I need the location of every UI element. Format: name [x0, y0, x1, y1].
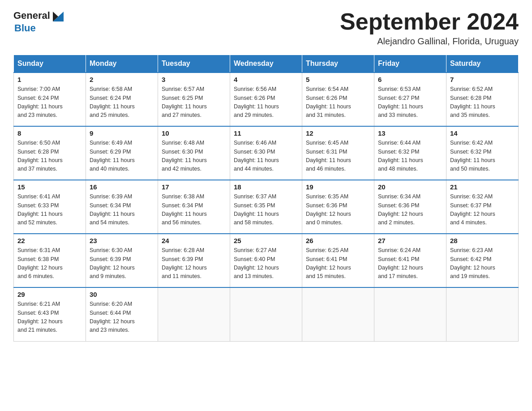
calendar-cell: 29 Sunrise: 6:21 AMSunset: 6:43 PMDaylig…	[14, 287, 86, 341]
day-info: Sunrise: 6:57 AMSunset: 6:25 PMDaylight:…	[162, 85, 226, 120]
day-number: 18	[234, 183, 298, 191]
calendar-cell: 21 Sunrise: 6:32 AMSunset: 6:37 PMDaylig…	[446, 180, 519, 234]
calendar-cell: 11 Sunrise: 6:46 AMSunset: 6:30 PMDaylig…	[230, 126, 302, 180]
day-info: Sunrise: 6:23 AMSunset: 6:42 PMDaylight:…	[450, 246, 515, 281]
day-number: 11	[234, 129, 298, 137]
calendar-table: Sunday Monday Tuesday Wednesday Thursday…	[13, 55, 519, 342]
logo-icon	[51, 9, 65, 22]
day-info: Sunrise: 6:35 AMSunset: 6:36 PMDaylight:…	[306, 193, 370, 227]
day-info: Sunrise: 6:20 AMSunset: 6:44 PMDaylight:…	[90, 300, 154, 335]
col-tuesday: Tuesday	[158, 55, 230, 73]
calendar-cell: 1 Sunrise: 7:00 AMSunset: 6:24 PMDayligh…	[14, 73, 86, 126]
calendar-cell: 8 Sunrise: 6:50 AMSunset: 6:28 PMDayligh…	[14, 126, 86, 180]
col-wednesday: Wednesday	[230, 55, 302, 73]
day-number: 15	[17, 183, 82, 191]
calendar-week-row: 29 Sunrise: 6:21 AMSunset: 6:43 PMDaylig…	[14, 287, 519, 341]
day-info: Sunrise: 6:50 AMSunset: 6:28 PMDaylight:…	[17, 139, 82, 174]
calendar-cell	[230, 287, 302, 341]
day-info: Sunrise: 6:48 AMSunset: 6:30 PMDaylight:…	[162, 139, 226, 174]
calendar-week-row: 8 Sunrise: 6:50 AMSunset: 6:28 PMDayligh…	[14, 126, 519, 180]
col-sunday: Sunday	[14, 55, 86, 73]
calendar-cell: 16 Sunrise: 6:39 AMSunset: 6:34 PMDaylig…	[86, 180, 158, 234]
day-number: 28	[450, 237, 515, 244]
day-info: Sunrise: 7:00 AMSunset: 6:24 PMDaylight:…	[17, 85, 82, 120]
logo-text-general: General	[13, 10, 50, 21]
day-number: 25	[234, 237, 298, 244]
calendar-cell: 28 Sunrise: 6:23 AMSunset: 6:42 PMDaylig…	[446, 234, 519, 287]
calendar-cell: 13 Sunrise: 6:44 AMSunset: 6:32 PMDaylig…	[374, 126, 446, 180]
day-info: Sunrise: 6:21 AMSunset: 6:43 PMDaylight:…	[17, 300, 82, 335]
day-info: Sunrise: 6:53 AMSunset: 6:27 PMDaylight:…	[378, 85, 442, 120]
page-header: General Blue September 2024 Alejandro Ga…	[13, 9, 519, 47]
day-number: 13	[378, 129, 442, 137]
calendar-cell: 4 Sunrise: 6:56 AMSunset: 6:26 PMDayligh…	[230, 73, 302, 126]
calendar-cell	[446, 287, 519, 341]
day-info: Sunrise: 6:28 AMSunset: 6:39 PMDaylight:…	[162, 246, 226, 281]
calendar-header-row: Sunday Monday Tuesday Wednesday Thursday…	[14, 55, 519, 73]
calendar-title-block: September 2024 Alejandro Gallinal, Flori…	[340, 9, 519, 47]
calendar-cell: 20 Sunrise: 6:34 AMSunset: 6:36 PMDaylig…	[374, 180, 446, 234]
day-number: 20	[378, 183, 442, 191]
calendar-cell: 5 Sunrise: 6:54 AMSunset: 6:26 PMDayligh…	[302, 73, 374, 126]
calendar-cell	[302, 287, 374, 341]
day-info: Sunrise: 6:37 AMSunset: 6:35 PMDaylight:…	[234, 193, 298, 227]
day-info: Sunrise: 6:44 AMSunset: 6:32 PMDaylight:…	[378, 139, 442, 174]
day-info: Sunrise: 6:56 AMSunset: 6:26 PMDaylight:…	[234, 85, 298, 120]
day-info: Sunrise: 6:54 AMSunset: 6:26 PMDaylight:…	[306, 85, 370, 120]
day-number: 8	[17, 129, 82, 137]
day-number: 21	[450, 183, 515, 191]
calendar-cell: 23 Sunrise: 6:30 AMSunset: 6:39 PMDaylig…	[86, 234, 158, 287]
col-thursday: Thursday	[302, 55, 374, 73]
day-info: Sunrise: 6:34 AMSunset: 6:36 PMDaylight:…	[378, 193, 442, 227]
calendar-cell: 12 Sunrise: 6:45 AMSunset: 6:31 PMDaylig…	[302, 126, 374, 180]
day-number: 7	[450, 76, 515, 83]
day-info: Sunrise: 6:46 AMSunset: 6:30 PMDaylight:…	[234, 139, 298, 174]
col-saturday: Saturday	[446, 55, 519, 73]
day-number: 9	[90, 129, 154, 137]
calendar-cell: 25 Sunrise: 6:27 AMSunset: 6:40 PMDaylig…	[230, 234, 302, 287]
day-info: Sunrise: 6:52 AMSunset: 6:28 PMDaylight:…	[450, 85, 515, 120]
day-info: Sunrise: 6:25 AMSunset: 6:41 PMDaylight:…	[306, 246, 370, 281]
day-info: Sunrise: 6:30 AMSunset: 6:39 PMDaylight:…	[90, 246, 154, 281]
day-number: 29	[17, 291, 82, 298]
logo-text-blue: Blue	[14, 22, 36, 34]
col-monday: Monday	[86, 55, 158, 73]
day-number: 5	[306, 76, 370, 83]
col-friday: Friday	[374, 55, 446, 73]
day-number: 23	[90, 237, 154, 244]
day-info: Sunrise: 6:32 AMSunset: 6:37 PMDaylight:…	[450, 193, 515, 227]
day-number: 14	[450, 129, 515, 137]
calendar-cell: 15 Sunrise: 6:41 AMSunset: 6:33 PMDaylig…	[14, 180, 86, 234]
day-number: 16	[90, 183, 154, 191]
calendar-cell: 19 Sunrise: 6:35 AMSunset: 6:36 PMDaylig…	[302, 180, 374, 234]
calendar-cell: 26 Sunrise: 6:25 AMSunset: 6:41 PMDaylig…	[302, 234, 374, 287]
day-number: 26	[306, 237, 370, 244]
day-info: Sunrise: 6:42 AMSunset: 6:32 PMDaylight:…	[450, 139, 515, 174]
day-number: 1	[17, 76, 82, 83]
calendar-cell: 10 Sunrise: 6:48 AMSunset: 6:30 PMDaylig…	[158, 126, 230, 180]
logo: General Blue	[13, 9, 65, 34]
day-number: 3	[162, 76, 226, 83]
calendar-cell	[374, 287, 446, 341]
day-number: 30	[90, 291, 154, 298]
day-number: 27	[378, 237, 442, 244]
day-info: Sunrise: 6:45 AMSunset: 6:31 PMDaylight:…	[306, 139, 370, 174]
calendar-cell: 3 Sunrise: 6:57 AMSunset: 6:25 PMDayligh…	[158, 73, 230, 126]
day-info: Sunrise: 6:38 AMSunset: 6:34 PMDaylight:…	[162, 193, 226, 227]
day-number: 19	[306, 183, 370, 191]
day-info: Sunrise: 6:31 AMSunset: 6:38 PMDaylight:…	[17, 246, 82, 281]
day-info: Sunrise: 6:24 AMSunset: 6:41 PMDaylight:…	[378, 246, 442, 281]
day-number: 10	[162, 129, 226, 137]
day-info: Sunrise: 6:41 AMSunset: 6:33 PMDaylight:…	[17, 193, 82, 227]
day-info: Sunrise: 6:39 AMSunset: 6:34 PMDaylight:…	[90, 193, 154, 227]
calendar-week-row: 1 Sunrise: 7:00 AMSunset: 6:24 PMDayligh…	[14, 73, 519, 126]
calendar-cell: 27 Sunrise: 6:24 AMSunset: 6:41 PMDaylig…	[374, 234, 446, 287]
calendar-cell: 9 Sunrise: 6:49 AMSunset: 6:29 PMDayligh…	[86, 126, 158, 180]
day-number: 2	[90, 76, 154, 83]
calendar-subtitle: Alejandro Gallinal, Florida, Uruguay	[340, 36, 519, 47]
calendar-cell: 7 Sunrise: 6:52 AMSunset: 6:28 PMDayligh…	[446, 73, 519, 126]
calendar-title: September 2024	[340, 9, 519, 34]
calendar-week-row: 22 Sunrise: 6:31 AMSunset: 6:38 PMDaylig…	[14, 234, 519, 287]
calendar-cell: 2 Sunrise: 6:58 AMSunset: 6:24 PMDayligh…	[86, 73, 158, 126]
day-number: 4	[234, 76, 298, 83]
